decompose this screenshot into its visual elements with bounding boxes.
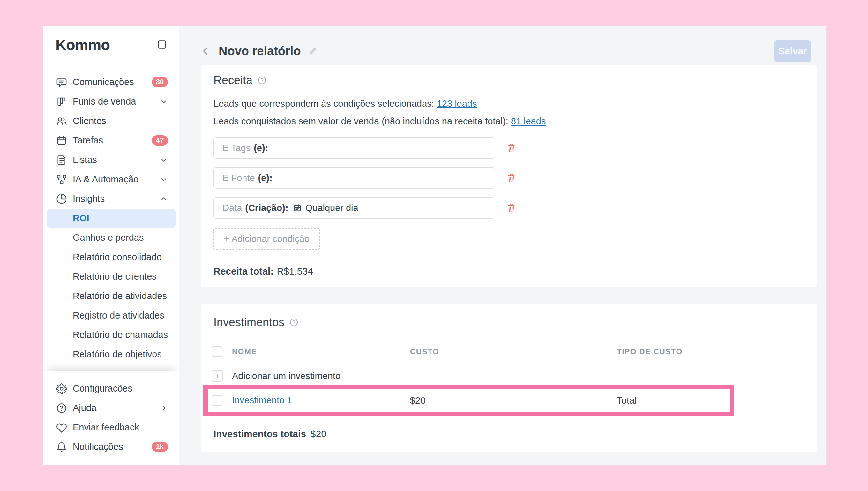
bell-icon (56, 441, 67, 453)
calendar-small-icon (293, 204, 302, 212)
submenu-item-relatorio-de-objetivos[interactable]: Relatório de objetivos (44, 345, 179, 364)
sidebar-footer: Configurações Ajuda Enviar feedback (44, 371, 179, 465)
add-investment-label: Adicionar um investimento (232, 371, 341, 381)
sidebar-item-insights[interactable]: Insights (44, 189, 179, 208)
automation-branch-icon (56, 174, 67, 185)
investment-type-cell: Total (610, 395, 817, 406)
column-header-nome: NOME (232, 347, 257, 356)
chevron-up-icon (160, 195, 168, 203)
question-circle-icon[interactable] (290, 318, 298, 327)
sidebar-item-listas[interactable]: Listas (44, 150, 179, 170)
receita-title: Receita (214, 74, 252, 87)
trash-icon[interactable] (507, 203, 516, 213)
submenu-item-roi[interactable]: ROI (47, 208, 175, 228)
save-button[interactable]: Salvar (775, 40, 811, 62)
insights-submenu: ROI Ganhos e perdas Relatório consolidad… (44, 208, 179, 364)
receita-total-line: Receita total:R$1.534 (214, 266, 805, 277)
document-icon (56, 155, 67, 166)
notificacoes-badge: 1k (152, 441, 168, 452)
add-condition-button[interactable]: + Adicionar condição (214, 228, 320, 250)
gear-icon (56, 383, 67, 394)
leads-no-value-link[interactable]: 81 leads (511, 116, 546, 126)
sidebar-item-ajuda[interactable]: Ajuda (44, 398, 179, 418)
chevron-down-icon (160, 156, 168, 164)
select-all-checkbox[interactable] (212, 346, 222, 357)
row-checkbox[interactable] (212, 395, 222, 406)
condition-label-gray: E Tags (222, 143, 250, 153)
submenu-item-relatorio-de-clientes[interactable]: Relatório de clientes (44, 267, 179, 286)
calendar-icon (56, 135, 67, 146)
investment-name-link[interactable]: Investimento 1 (232, 395, 292, 406)
investimentos-table-header: NOME CUSTO TIPO DE CUSTO (201, 338, 817, 365)
sidebar-item-label: IA & Automação (73, 174, 138, 184)
sidebar-item-ia-automacao[interactable]: IA & Automação (44, 170, 179, 189)
condition-row-fonte: E Fonte (e): (214, 167, 805, 189)
sidebar-item-comunicacoes[interactable]: Comunicações 80 (44, 73, 179, 92)
chevron-down-icon (160, 175, 168, 184)
investimentos-total-value: $20 (310, 429, 326, 439)
sidebar-logo-row: Kommo (44, 26, 179, 64)
investment-cost-cell: $20 (403, 395, 610, 406)
kommo-logo[interactable]: Kommo (56, 36, 110, 54)
topbar: Novo relatório Salvar (179, 26, 826, 67)
submenu-item-label: Relatório de atividades (73, 291, 167, 301)
heart-icon (56, 422, 67, 433)
submenu-item-label: ROI (73, 213, 89, 224)
sidebar-item-tarefas[interactable]: Tarefas 47 (44, 131, 179, 150)
add-investment-row[interactable]: Adicionar um investimento (201, 365, 817, 387)
condition-label-gray: E Fonte (222, 173, 255, 183)
submenu-item-registro-de-atividades[interactable]: Registro de atividades (44, 306, 179, 325)
condition-row-tags: E Tags (e): (214, 137, 805, 159)
sidebar-item-label: Enviar feedback (73, 422, 139, 433)
sidebar-item-clientes[interactable]: Clientes (44, 111, 179, 131)
sidebar: Kommo Comunicações 80 Funis de venda (44, 26, 179, 465)
sidebar-nav: Comunicações 80 Funis de venda Clientes (44, 64, 179, 364)
sidebar-item-enviar-feedback[interactable]: Enviar feedback (44, 418, 179, 437)
page-title: Novo relatório (219, 44, 301, 58)
back-icon[interactable] (200, 46, 211, 56)
leads-no-value-line: Leads conquistados sem valor de venda (n… (214, 116, 805, 126)
edit-pencil-icon[interactable] (308, 46, 318, 56)
condition-label-gray: Data (222, 203, 242, 213)
leads-matching-link[interactable]: 123 leads (437, 98, 477, 109)
trash-icon[interactable] (507, 173, 516, 184)
sidebar-item-label: Configurações (73, 383, 132, 394)
leads-no-value-text: Leads conquistados sem valor de venda (n… (214, 116, 508, 126)
chat-icon (56, 77, 67, 88)
sidebar-item-notificacoes[interactable]: Notificações 1k (44, 437, 179, 457)
receita-card: Receita Leads que correspondem às condiç… (201, 65, 817, 287)
submenu-item-ganhos-e-perdas[interactable]: Ganhos e perdas (44, 228, 179, 248)
page-background: { "app": { "logo": "Kommo" }, "colors": … (0, 0, 868, 491)
receita-total-label: Receita total: (214, 266, 273, 277)
condition-field-fonte[interactable]: E Fonte (e): (214, 167, 495, 189)
column-header-tipo-de-custo: TIPO DE CUSTO (617, 347, 683, 356)
chevron-down-icon (160, 97, 168, 106)
submenu-item-relatorio-de-atividades[interactable]: Relatório de atividades (44, 286, 179, 306)
tarefas-badge: 47 (152, 135, 168, 145)
sidebar-item-label: Tarefas (73, 135, 103, 146)
trash-icon[interactable] (507, 143, 516, 154)
investimentos-card: Investimentos NOME CUSTO TIPO DE CUSTO (201, 304, 817, 452)
submenu-item-relatorio-consolidado[interactable]: Relatório consolidado (44, 248, 179, 267)
condition-label-dark: (e): (258, 173, 273, 183)
question-circle-icon[interactable] (257, 76, 267, 85)
sidebar-item-funis-de-venda[interactable]: Funis de venda (44, 92, 179, 111)
condition-label-dark: (Criação): (245, 203, 288, 213)
submenu-item-relatorio-de-chamadas[interactable]: Relatório de chamadas (44, 325, 179, 345)
investment-table-row[interactable]: Investimento 1 $20 Total (201, 387, 817, 414)
sidebar-item-label: Comunicações (73, 77, 134, 87)
leads-matching-text: Leads que correspondem às condições sele… (214, 98, 434, 109)
sidebar-item-label: Clientes (73, 116, 106, 126)
submenu-item-label: Relatório de clientes (73, 271, 157, 282)
main-content: Novo relatório Salvar Receita Leads que … (179, 26, 826, 465)
leads-matching-line: Leads que correspondem às condições sele… (214, 98, 805, 109)
investimentos-total-label: Investimentos totais (214, 429, 306, 439)
sidebar-item-label: Funis de venda (73, 96, 136, 107)
sidebar-item-configuracoes[interactable]: Configurações (44, 379, 179, 398)
condition-field-data[interactable]: Data (Criação): Qualquer dia (214, 197, 495, 219)
condition-field-tags[interactable]: E Tags (e): (214, 137, 495, 159)
sidebar-item-label: Insights (73, 194, 105, 204)
submenu-item-label: Relatório consolidado (73, 252, 162, 262)
pie-chart-icon (56, 194, 67, 204)
sidebar-collapse-icon[interactable] (157, 39, 167, 50)
